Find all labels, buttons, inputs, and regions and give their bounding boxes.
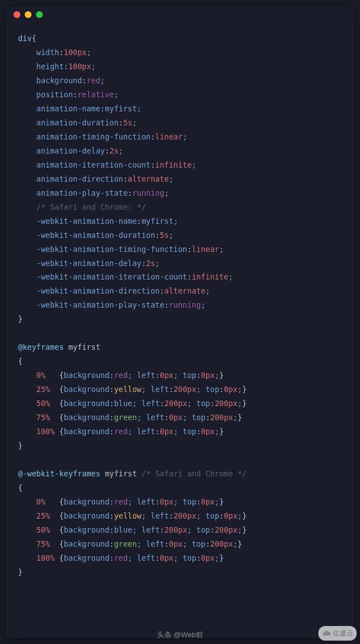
code-content: div{ width:100px; height:100px; backgrou…	[6, 24, 354, 592]
close-icon[interactable]	[14, 11, 20, 18]
code-window: div{ width:100px; height:100px; backgrou…	[6, 6, 354, 638]
window-titlebar	[6, 6, 354, 24]
minimize-icon[interactable]	[25, 11, 32, 18]
watermark: 亿速云	[318, 626, 357, 641]
maximize-icon[interactable]	[36, 11, 43, 18]
cloud-icon	[322, 629, 331, 638]
footer-attribution: 头条 @Web前	[0, 628, 360, 642]
